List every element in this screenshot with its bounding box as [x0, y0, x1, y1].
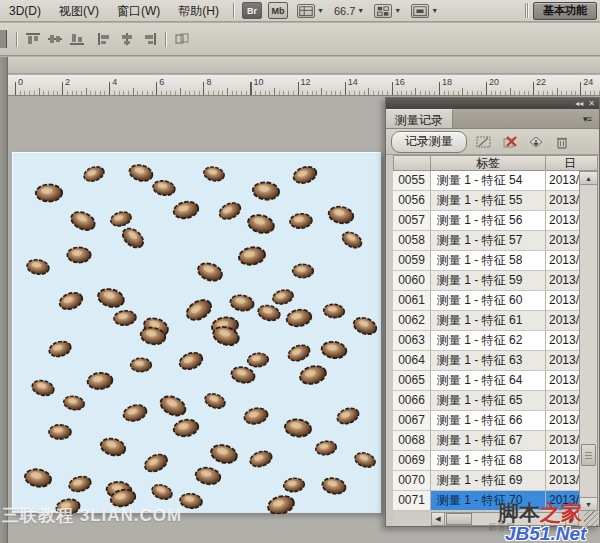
cell-date[interactable]: 2013/8	[546, 471, 579, 491]
table-row[interactable]: 0066测量 1 - 特征 652013/8	[393, 391, 579, 411]
cell-label[interactable]: 测量 1 - 特征 67	[431, 431, 546, 451]
cell-id[interactable]: 0060	[393, 271, 431, 291]
cell-date[interactable]: 2013/8	[546, 391, 579, 411]
cell-id[interactable]: 0063	[393, 331, 431, 351]
cell-date[interactable]: 2013/8	[546, 251, 579, 271]
cell-date[interactable]: 2013/8	[546, 211, 579, 231]
cell-id[interactable]: 0058	[393, 231, 431, 251]
cell-label[interactable]: 测量 1 - 特征 55	[431, 191, 546, 211]
align-right-icon[interactable]	[139, 30, 159, 48]
align-vertical-center-icon[interactable]	[45, 30, 65, 48]
record-measurements-button[interactable]: 记录测量	[391, 131, 467, 153]
cell-id[interactable]: 0066	[393, 391, 431, 411]
collapse-panels-icon[interactable]: ◂◂	[575, 100, 583, 108]
menu-item[interactable]: 帮助(H)	[169, 0, 228, 22]
horizontal-scrollbar-thumb[interactable]	[446, 513, 472, 525]
cell-date[interactable]: 2013/8	[546, 191, 579, 211]
cell-label[interactable]: 测量 1 - 特征 69	[431, 471, 546, 491]
table-row[interactable]: 0063测量 1 - 特征 622013/8	[393, 331, 579, 351]
cell-date[interactable]: 2013/8	[546, 371, 579, 391]
auto-align-layers-icon[interactable]	[172, 30, 192, 48]
cell-date[interactable]: 2013/8	[546, 171, 579, 191]
table-row[interactable]: 0070测量 1 - 特征 692013/8	[393, 471, 579, 491]
table-row[interactable]: 0060测量 1 - 特征 592013/8	[393, 271, 579, 291]
table-row[interactable]: 0055测量 1 - 特征 542013/8	[393, 171, 579, 191]
zoom-level-value[interactable]: 66.7	[334, 5, 355, 17]
cell-id[interactable]: 0055	[393, 171, 431, 191]
chevron-down-icon[interactable]: ▼	[431, 7, 438, 14]
cell-id[interactable]: 0061	[393, 291, 431, 311]
screen-mode-button[interactable]	[411, 4, 429, 18]
cell-id[interactable]: 0068	[393, 431, 431, 451]
scroll-left-icon[interactable]: ◀	[432, 513, 445, 525]
table-row[interactable]: 0056测量 1 - 特征 552013/8	[393, 191, 579, 211]
scroll-up-icon[interactable]: ▲	[580, 172, 597, 185]
cell-label[interactable]: 测量 1 - 特征 66	[431, 411, 546, 431]
document-canvas[interactable]	[12, 152, 381, 513]
cell-id[interactable]: 0062	[393, 311, 431, 331]
cell-id[interactable]: 0069	[393, 451, 431, 471]
align-top-icon[interactable]	[23, 30, 43, 48]
cell-label[interactable]: 测量 1 - 特征 56	[431, 211, 546, 231]
column-header-label[interactable]: 标签	[431, 155, 546, 171]
arrange-documents-button[interactable]	[374, 4, 392, 18]
table-row[interactable]: 0057测量 1 - 特征 562013/8	[393, 211, 579, 231]
align-left-icon[interactable]	[95, 30, 115, 48]
table-row[interactable]: 0065测量 1 - 特征 642013/8	[393, 371, 579, 391]
table-row[interactable]: 0061测量 1 - 特征 602013/8	[393, 291, 579, 311]
cell-label[interactable]: 测量 1 - 特征 62	[431, 331, 546, 351]
align-horizontal-center-icon[interactable]	[117, 30, 137, 48]
cell-id[interactable]: 0067	[393, 411, 431, 431]
cell-label[interactable]: 测量 1 - 特征 60	[431, 291, 546, 311]
select-measurement-icon[interactable]	[475, 134, 493, 150]
scroll-down-icon[interactable]: ▼	[580, 497, 597, 510]
cell-date[interactable]: 2013/8	[546, 431, 579, 451]
cell-label[interactable]: 测量 1 - 特征 57	[431, 231, 546, 251]
table-row[interactable]: 0062测量 1 - 特征 612013/8	[393, 311, 579, 331]
cell-date[interactable]: 2013/8	[546, 311, 579, 331]
menu-item[interactable]: 3D(D)	[0, 0, 50, 22]
table-row[interactable]: 0058测量 1 - 特征 572013/8	[393, 231, 579, 251]
horizontal-ruler[interactable]: 024681012141618202224	[0, 75, 600, 96]
menu-item[interactable]: 视图(V)	[50, 0, 108, 22]
chevron-down-icon[interactable]: ▼	[357, 7, 364, 14]
cell-label[interactable]: 测量 1 - 特征 68	[431, 451, 546, 471]
panel-menu-icon[interactable]: ▾≡	[575, 109, 599, 128]
chevron-down-icon[interactable]: ▼	[317, 7, 324, 14]
chevron-down-icon[interactable]: ▼	[394, 7, 401, 14]
export-measurements-icon[interactable]	[527, 134, 545, 150]
bridge-button[interactable]: Br	[242, 2, 262, 19]
table-row[interactable]: 0067测量 1 - 特征 662013/8	[393, 411, 579, 431]
cell-id[interactable]: 0070	[393, 471, 431, 491]
menu-item[interactable]: 窗口(W)	[108, 0, 169, 22]
cell-date[interactable]: 2013/8	[546, 331, 579, 351]
table-row[interactable]: 0069测量 1 - 特征 682013/8	[393, 451, 579, 471]
cell-label[interactable]: 测量 1 - 特征 54	[431, 171, 546, 191]
cell-label[interactable]: 测量 1 - 特征 63	[431, 351, 546, 371]
table-row[interactable]: 0064测量 1 - 特征 632013/8	[393, 351, 579, 371]
workspace-essentials-button[interactable]: 基本功能	[533, 2, 597, 20]
cell-id[interactable]: 0057	[393, 211, 431, 231]
view-extras-button[interactable]	[297, 4, 315, 18]
tab-measurement-log[interactable]: 测量记录	[386, 109, 453, 128]
deselect-measurement-icon[interactable]	[501, 134, 519, 150]
trash-icon[interactable]	[553, 134, 571, 150]
cell-id[interactable]: 0064	[393, 351, 431, 371]
vertical-scrollbar-thumb[interactable]	[581, 444, 596, 466]
table-row[interactable]: 0059测量 1 - 特征 582013/8	[393, 251, 579, 271]
cell-label[interactable]: 测量 1 - 特征 64	[431, 371, 546, 391]
column-header-date[interactable]: 日	[546, 155, 598, 171]
cell-id[interactable]: 0071	[393, 491, 431, 511]
cell-id[interactable]: 0065	[393, 371, 431, 391]
close-icon[interactable]: ✕	[588, 100, 595, 108]
column-header-number[interactable]	[393, 155, 431, 171]
cell-date[interactable]: 2013/8	[546, 451, 579, 471]
cell-label[interactable]: 测量 1 - 特征 61	[431, 311, 546, 331]
cell-id[interactable]: 0056	[393, 191, 431, 211]
cell-label[interactable]: 测量 1 - 特征 65	[431, 391, 546, 411]
cell-label[interactable]: 测量 1 - 特征 58	[431, 251, 546, 271]
cell-date[interactable]: 2013/8	[546, 351, 579, 371]
cell-date[interactable]: 2013/8	[546, 231, 579, 251]
cell-date[interactable]: 2013/8	[546, 271, 579, 291]
table-row[interactable]: 0068测量 1 - 特征 672013/8	[393, 431, 579, 451]
